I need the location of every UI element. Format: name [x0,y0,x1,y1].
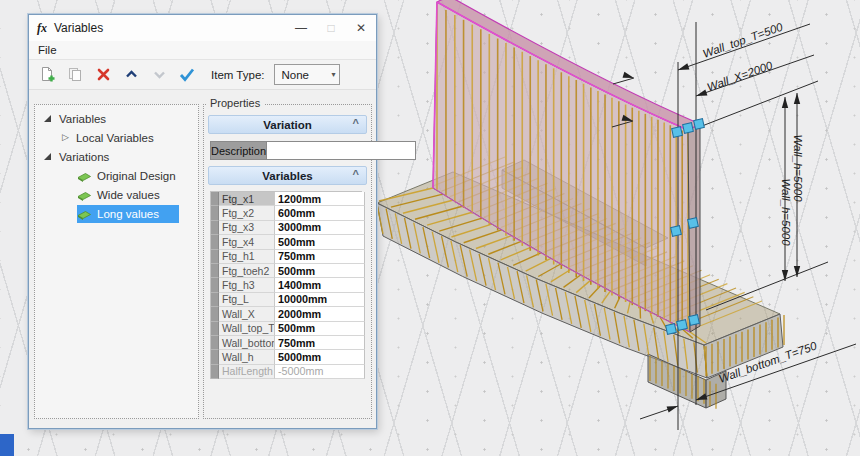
row-header-strip [211,206,219,220]
variable-value-cell[interactable]: 1200mm [275,192,365,206]
fx-icon: fx [37,21,47,36]
move-down-button[interactable] [147,63,171,87]
description-row: Description [210,141,365,160]
dialog-titlebar[interactable]: fx Variables — □ ✕ [29,15,376,41]
properties-group-label: Properties [206,97,264,109]
description-input[interactable] [266,141,416,160]
copy-variable-button[interactable] [63,63,87,87]
variables-tree[interactable]: Variables ▷ Local Variables Variations O… [34,104,199,419]
tree-item-variation[interactable]: Wide values [77,186,179,204]
expander-expanded-icon[interactable] [44,115,51,122]
variation-component-icon [77,188,92,202]
variable-row[interactable]: Ftg_h1 750mm [211,250,362,264]
variable-name-cell: Ftg_x1 [219,192,275,206]
variable-name-cell: Ftg_h3 [219,278,275,292]
drag-handle[interactable] [694,119,705,130]
drag-handle[interactable] [689,315,700,326]
variables-dialog: fx Variables — □ ✕ File [28,14,377,429]
maximize-button: □ [316,16,346,40]
new-variable-button[interactable] [35,63,59,87]
tree-item-variation[interactable]: Original Design [77,167,182,185]
dim-ref-bottom [706,262,828,310]
leader-arrow-tail-2 [613,78,634,84]
drag-handle[interactable] [672,127,683,138]
delete-x-icon [95,66,112,83]
delete-variable-button[interactable] [91,63,115,87]
variable-name-cell: Wall_bottom_T [219,336,275,350]
item-type-dropdown[interactable]: None ▾ [274,64,340,85]
menu-file[interactable]: File [29,44,66,56]
variable-value-cell[interactable]: 1400mm [275,278,365,292]
tree-item-variation[interactable]: Long values [77,205,179,223]
tree-node-variations[interactable]: Variations [35,147,198,166]
dim-label-wall-h-1: Wall_h=5000 [780,178,792,246]
variables-section-header[interactable]: Variables ^ [208,166,367,185]
tree-node-variables[interactable]: Variables [35,109,198,128]
drag-handle[interactable] [666,324,677,335]
variable-row[interactable]: Wall_top_T 500mm [211,322,362,336]
apply-button[interactable] [175,63,199,87]
variable-row[interactable]: HalfLength -5000mm [211,365,362,379]
row-header-strip [211,250,219,264]
drag-handle[interactable] [688,218,699,229]
dialog-title: Variables [54,21,286,35]
minimize-button[interactable]: — [286,16,316,40]
variable-value-cell[interactable]: 750mm [275,336,365,350]
variable-row[interactable]: Wall_h 5000mm [211,350,362,364]
variable-row[interactable]: Ftg_toeh2 500mm [211,264,362,278]
tree-row: Original Design [35,166,198,185]
drag-handle[interactable] [677,320,688,331]
row-header-strip [211,278,219,292]
section-title: Variation [263,119,312,131]
variation-section-header[interactable]: Variation ^ [208,115,367,134]
collapse-chevron-icon[interactable]: ^ [353,117,359,129]
row-header-strip [211,264,219,278]
expander-collapsed-icon[interactable]: ▷ [62,133,69,142]
tree-node-local-variables[interactable]: ▷ Local Variables [35,128,198,147]
chevron-down-icon [151,66,168,83]
item-type-label: Item Type: [211,69,264,81]
variable-row[interactable]: Ftg_x1 1200mm [211,192,362,206]
variable-name-cell: Wall_top_T [219,322,275,336]
variable-value-cell[interactable]: 500mm [275,264,365,278]
variable-row[interactable]: Ftg_x2 600mm [211,206,362,220]
variable-value-cell[interactable]: 3000mm [275,221,365,235]
section-title: Variables [262,170,313,182]
drag-handle[interactable] [683,123,694,134]
close-button[interactable]: ✕ [346,16,376,40]
variable-value-cell[interactable]: 500mm [275,322,365,336]
variable-name-cell: Ftg_L [219,293,275,307]
variation-component-icon [77,207,92,221]
variables-table-body: Ftg_x1 1200mm Ftg_x2 600mm Ftg_x3 3000mm… [210,191,362,379]
move-up-button[interactable] [119,63,143,87]
variable-value-cell[interactable]: 5000mm [275,350,365,364]
variable-name-cell: Ftg_x3 [219,221,275,235]
variable-row[interactable]: Ftg_h3 1400mm [211,278,362,292]
variable-value-cell[interactable]: 600mm [275,206,365,220]
expander-expanded-icon[interactable] [44,153,51,160]
tree-label: Variations [59,151,109,163]
row-header-strip [211,336,219,350]
drag-handle[interactable] [671,226,682,237]
row-header-strip [211,221,219,235]
variable-value-cell[interactable]: 10000mm [275,293,365,307]
tree-label: Variables [59,113,106,125]
variable-row[interactable]: Wall_X 2000mm [211,307,362,321]
collapse-chevron-icon[interactable]: ^ [353,168,359,180]
variable-row[interactable]: Ftg_x4 500mm [211,235,362,249]
chevron-up-icon [123,66,140,83]
variable-value-cell[interactable]: -5000mm [275,365,365,379]
variable-value-cell[interactable]: 750mm [275,250,365,264]
variable-value-cell[interactable]: 2000mm [275,307,365,321]
dropdown-arrow-icon: ▾ [331,70,339,79]
dim-label-wall-x: Wall_X=2000 [705,59,774,93]
variable-row[interactable]: Ftg_x3 3000mm [211,221,362,235]
row-header-strip [211,192,219,206]
row-header-strip [211,235,219,249]
variable-name-cell: Ftg_x2 [219,206,275,220]
variable-row[interactable]: Wall_bottom_T 750mm [211,336,362,350]
dim-label-wall-top-t: Wall_top_T=500 [701,20,785,60]
tree-row: Wide values [35,185,198,204]
variable-value-cell[interactable]: 500mm [275,235,365,249]
variable-row[interactable]: Ftg_L 10000mm [211,293,362,307]
